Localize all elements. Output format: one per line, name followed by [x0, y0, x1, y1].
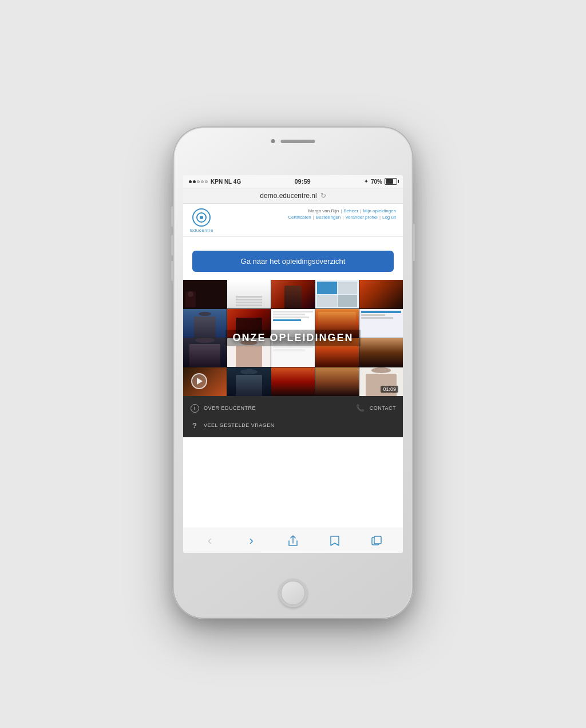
status-right: ✦ 70% [364, 178, 397, 185]
logo-inner [196, 212, 207, 223]
reload-icon[interactable]: ↻ [320, 192, 326, 200]
over-educentre-label: OVER EDUCENTRE [204, 405, 256, 411]
tabs-button[interactable] [367, 532, 386, 550]
contact-label: CONTACT [370, 405, 396, 411]
battery-icon [385, 178, 397, 185]
nav-links: Marga van Rijn | Beheer | Mijn opleiding… [288, 208, 396, 221]
footer-item-contact[interactable]: 📞 CONTACT [356, 401, 396, 416]
logo-area: Educentre [190, 208, 213, 233]
footer-nav: i OVER EDUCENTRE 📞 CONTACT [183, 396, 403, 437]
status-left: KPN NL 4G [189, 179, 241, 185]
user-name: Marga van Rijn [308, 208, 339, 213]
footer-item-over-educentre[interactable]: i OVER EDUCENTRE [190, 401, 256, 416]
bestellingen-link[interactable]: Bestellingen [316, 215, 341, 220]
info-icon: i [190, 403, 199, 413]
site-header: Educentre Marga van Rijn | Beheer | Mijn… [183, 204, 403, 237]
video-section[interactable]: ONZE OPLEIDINGEN 01:09 [183, 280, 403, 396]
speaker-slot [281, 140, 315, 143]
cta-button[interactable]: Ga naar het opleidingsoverzicht [192, 251, 394, 272]
share-button[interactable] [284, 532, 302, 550]
logo-dot [200, 216, 203, 219]
video-duration: 01:09 [381, 386, 398, 393]
play-button-area[interactable] [191, 373, 207, 389]
bookmarks-icon [330, 535, 340, 547]
footer-item-faq[interactable]: ? VEEL GESTELDE VRAGEN [190, 418, 396, 433]
phone-top-area [271, 139, 315, 143]
time-label: 09:59 [295, 178, 311, 185]
phone-screen: KPN NL 4G 09:59 ✦ 70% demo.educentre.nl … [183, 175, 403, 553]
certificaten-link[interactable]: Certificaten [288, 215, 311, 220]
battery-label: 70% [371, 179, 382, 185]
faq-label: VEEL GESTELDE VRAGEN [204, 422, 275, 428]
phone-icon: 📞 [356, 403, 365, 413]
phone-device: KPN NL 4G 09:59 ✦ 70% demo.educentre.nl … [173, 126, 413, 619]
play-circle[interactable] [191, 373, 207, 389]
url-bar[interactable]: demo.educentre.nl ↻ [183, 188, 403, 204]
logo-label: Educentre [190, 228, 213, 233]
svg-rect-1 [374, 536, 381, 544]
forward-button[interactable]: › [242, 532, 260, 550]
nav-row1: Marga van Rijn | Beheer | Mijn opleiding… [288, 208, 396, 213]
home-button[interactable] [279, 579, 307, 607]
share-icon [288, 535, 298, 547]
camera-dot [271, 139, 275, 143]
carrier-label: KPN NL 4G [211, 179, 241, 185]
cta-section: Ga naar het opleidingsoverzicht [183, 243, 403, 280]
website-content: Educentre Marga van Rijn | Beheer | Mijn… [183, 204, 403, 528]
video-overlay: ONZE OPLEIDINGEN [183, 280, 403, 396]
log-uit-link[interactable]: Log uit [382, 215, 396, 220]
spacer-top [183, 237, 403, 243]
back-button[interactable]: ‹ [200, 532, 219, 550]
phone-shell: KPN NL 4G 09:59 ✦ 70% demo.educentre.nl … [173, 126, 413, 619]
bookmarks-button[interactable] [326, 532, 344, 550]
mijn-opleidingen-link[interactable]: Mijn opleidingen [363, 208, 396, 213]
beheer-link[interactable]: Beheer [343, 208, 358, 213]
logo-circle [192, 208, 211, 227]
back-icon: ‹ [208, 533, 212, 548]
play-icon [197, 378, 203, 385]
video-title: ONZE OPLEIDINGEN [225, 330, 360, 346]
url-text: demo.educentre.nl [260, 192, 316, 200]
question-icon: ? [190, 421, 199, 430]
bluetooth-icon: ✦ [364, 179, 369, 184]
browser-toolbar: ‹ › [183, 528, 403, 553]
verander-profiel-link[interactable]: Verander profiel [345, 215, 377, 220]
nav-row2: Certificaten | Bestellingen | Verander p… [288, 215, 396, 220]
tabs-icon [371, 536, 382, 546]
signal-dots [189, 180, 208, 183]
forward-icon: › [250, 533, 254, 548]
status-bar: KPN NL 4G 09:59 ✦ 70% [183, 175, 403, 188]
footer-row: i OVER EDUCENTRE 📞 CONTACT [190, 401, 396, 416]
